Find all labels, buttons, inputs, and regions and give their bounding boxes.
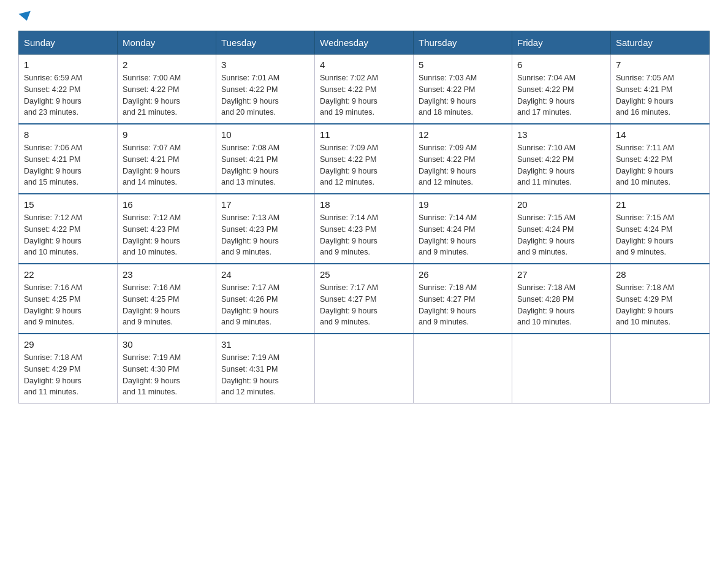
daylight-text: Daylight: 9 hours xyxy=(320,97,377,105)
day-number: 23 xyxy=(123,269,211,280)
sunrise-text: Sunrise: 7:05 AM xyxy=(616,74,674,82)
day-number: 16 xyxy=(123,199,211,210)
calendar-cell xyxy=(315,334,414,404)
daylight-minutes-text: and 9 minutes. xyxy=(221,248,271,256)
sunset-text: Sunset: 4:24 PM xyxy=(517,225,574,234)
day-info: Sunrise: 7:14 AMSunset: 4:24 PMDaylight:… xyxy=(419,212,507,258)
day-number: 4 xyxy=(320,59,408,70)
day-info: Sunrise: 7:13 AMSunset: 4:23 PMDaylight:… xyxy=(221,212,309,258)
sunrise-text: Sunrise: 7:02 AM xyxy=(320,74,378,82)
daylight-text: Daylight: 9 hours xyxy=(24,307,82,315)
day-info: Sunrise: 7:18 AMSunset: 4:29 PMDaylight:… xyxy=(616,282,704,328)
sunset-text: Sunset: 4:22 PM xyxy=(24,225,80,234)
sunset-text: Sunset: 4:23 PM xyxy=(123,225,179,234)
day-info: Sunrise: 7:01 AMSunset: 4:22 PMDaylight:… xyxy=(221,72,309,118)
daylight-minutes-text: and 23 minutes. xyxy=(24,108,78,117)
daylight-text: Daylight: 9 hours xyxy=(24,377,82,385)
sunrise-text: Sunrise: 7:14 AM xyxy=(419,213,477,222)
daylight-minutes-text: and 20 minutes. xyxy=(221,108,276,117)
daylight-text: Daylight: 9 hours xyxy=(419,167,476,175)
day-number: 6 xyxy=(517,59,605,70)
weekday-header-row: SundayMondayTuesdayWednesdayThursdayFrid… xyxy=(19,31,710,55)
daylight-minutes-text: and 11 minutes. xyxy=(517,178,572,186)
logo xyxy=(18,12,33,18)
daylight-text: Daylight: 9 hours xyxy=(320,167,377,175)
day-number: 19 xyxy=(419,199,507,210)
sunset-text: Sunset: 4:22 PM xyxy=(616,155,672,164)
sunset-text: Sunset: 4:25 PM xyxy=(123,295,179,304)
calendar-cell: 27Sunrise: 7:18 AMSunset: 4:28 PMDayligh… xyxy=(512,264,611,334)
daylight-minutes-text: and 9 minutes. xyxy=(221,318,271,326)
day-info: Sunrise: 7:07 AMSunset: 4:21 PMDaylight:… xyxy=(123,142,211,188)
daylight-minutes-text: and 9 minutes. xyxy=(616,248,666,256)
sunrise-text: Sunrise: 7:06 AM xyxy=(24,144,82,152)
daylight-text: Daylight: 9 hours xyxy=(419,97,476,105)
day-info: Sunrise: 7:00 AMSunset: 4:22 PMDaylight:… xyxy=(123,72,211,118)
sunrise-text: Sunrise: 7:07 AM xyxy=(123,144,181,152)
day-number: 14 xyxy=(616,129,704,140)
weekday-header-sunday: Sunday xyxy=(19,31,118,55)
sunrise-text: Sunrise: 7:09 AM xyxy=(320,144,378,152)
daylight-minutes-text: and 16 minutes. xyxy=(616,108,670,117)
sunrise-text: Sunrise: 7:09 AM xyxy=(419,144,477,152)
day-info: Sunrise: 6:59 AMSunset: 4:22 PMDaylight:… xyxy=(24,72,112,118)
sunrise-text: Sunrise: 7:11 AM xyxy=(616,144,674,152)
day-number: 21 xyxy=(616,199,704,210)
daylight-text: Daylight: 9 hours xyxy=(123,167,180,175)
sunset-text: Sunset: 4:27 PM xyxy=(320,295,376,304)
calendar-week-2: 8Sunrise: 7:06 AMSunset: 4:21 PMDaylight… xyxy=(19,124,710,194)
day-info: Sunrise: 7:15 AMSunset: 4:24 PMDaylight:… xyxy=(517,212,605,258)
sunset-text: Sunset: 4:30 PM xyxy=(123,365,179,373)
sunrise-text: Sunrise: 7:19 AM xyxy=(123,353,181,362)
calendar-cell: 12Sunrise: 7:09 AMSunset: 4:22 PMDayligh… xyxy=(414,124,512,194)
day-info: Sunrise: 7:14 AMSunset: 4:23 PMDaylight:… xyxy=(320,212,408,258)
sunset-text: Sunset: 4:22 PM xyxy=(419,155,475,164)
daylight-text: Daylight: 9 hours xyxy=(221,377,279,385)
calendar-cell: 8Sunrise: 7:06 AMSunset: 4:21 PMDaylight… xyxy=(19,124,118,194)
daylight-minutes-text: and 9 minutes. xyxy=(419,248,469,256)
day-info: Sunrise: 7:18 AMSunset: 4:27 PMDaylight:… xyxy=(419,282,507,328)
sunset-text: Sunset: 4:27 PM xyxy=(419,295,475,304)
calendar-cell: 20Sunrise: 7:15 AMSunset: 4:24 PMDayligh… xyxy=(512,194,611,264)
day-number: 17 xyxy=(221,199,309,210)
day-info: Sunrise: 7:12 AMSunset: 4:22 PMDaylight:… xyxy=(24,212,112,258)
sunrise-text: Sunrise: 7:17 AM xyxy=(320,283,378,292)
calendar-cell: 17Sunrise: 7:13 AMSunset: 4:23 PMDayligh… xyxy=(216,194,315,264)
day-info: Sunrise: 7:18 AMSunset: 4:29 PMDaylight:… xyxy=(24,352,112,398)
daylight-text: Daylight: 9 hours xyxy=(616,167,673,175)
daylight-text: Daylight: 9 hours xyxy=(616,307,673,315)
sunrise-text: Sunrise: 7:04 AM xyxy=(517,74,575,82)
sunset-text: Sunset: 4:22 PM xyxy=(517,155,574,164)
daylight-minutes-text: and 9 minutes. xyxy=(517,248,567,256)
day-number: 28 xyxy=(616,269,704,280)
calendar-cell: 1Sunrise: 6:59 AMSunset: 4:22 PMDaylight… xyxy=(19,55,118,124)
daylight-minutes-text: and 9 minutes. xyxy=(320,248,370,256)
day-info: Sunrise: 7:06 AMSunset: 4:21 PMDaylight:… xyxy=(24,142,112,188)
daylight-minutes-text: and 9 minutes. xyxy=(24,318,74,326)
sunset-text: Sunset: 4:22 PM xyxy=(419,85,475,94)
calendar-cell: 22Sunrise: 7:16 AMSunset: 4:25 PMDayligh… xyxy=(19,264,118,334)
weekday-header-friday: Friday xyxy=(512,31,611,55)
calendar-cell: 29Sunrise: 7:18 AMSunset: 4:29 PMDayligh… xyxy=(19,334,118,404)
daylight-minutes-text: and 12 minutes. xyxy=(320,178,374,186)
day-info: Sunrise: 7:16 AMSunset: 4:25 PMDaylight:… xyxy=(24,282,112,328)
calendar-cell: 26Sunrise: 7:18 AMSunset: 4:27 PMDayligh… xyxy=(414,264,512,334)
sunrise-text: Sunrise: 7:10 AM xyxy=(517,144,575,152)
daylight-text: Daylight: 9 hours xyxy=(517,307,575,315)
day-number: 31 xyxy=(221,339,309,350)
calendar-cell: 9Sunrise: 7:07 AMSunset: 4:21 PMDaylight… xyxy=(118,124,216,194)
day-number: 10 xyxy=(221,129,309,140)
sunset-text: Sunset: 4:24 PM xyxy=(616,225,672,234)
calendar-cell: 13Sunrise: 7:10 AMSunset: 4:22 PMDayligh… xyxy=(512,124,611,194)
daylight-minutes-text: and 10 minutes. xyxy=(517,318,572,326)
day-number: 7 xyxy=(616,59,704,70)
sunset-text: Sunset: 4:28 PM xyxy=(517,295,574,304)
sunrise-text: Sunrise: 7:13 AM xyxy=(221,213,279,222)
daylight-minutes-text: and 12 minutes. xyxy=(419,178,473,186)
sunset-text: Sunset: 4:23 PM xyxy=(320,225,376,234)
day-number: 1 xyxy=(24,59,112,70)
sunrise-text: Sunrise: 7:03 AM xyxy=(419,74,477,82)
sunrise-text: Sunrise: 7:00 AM xyxy=(123,74,181,82)
calendar-cell: 5Sunrise: 7:03 AMSunset: 4:22 PMDaylight… xyxy=(414,55,512,124)
sunset-text: Sunset: 4:22 PM xyxy=(320,85,376,94)
